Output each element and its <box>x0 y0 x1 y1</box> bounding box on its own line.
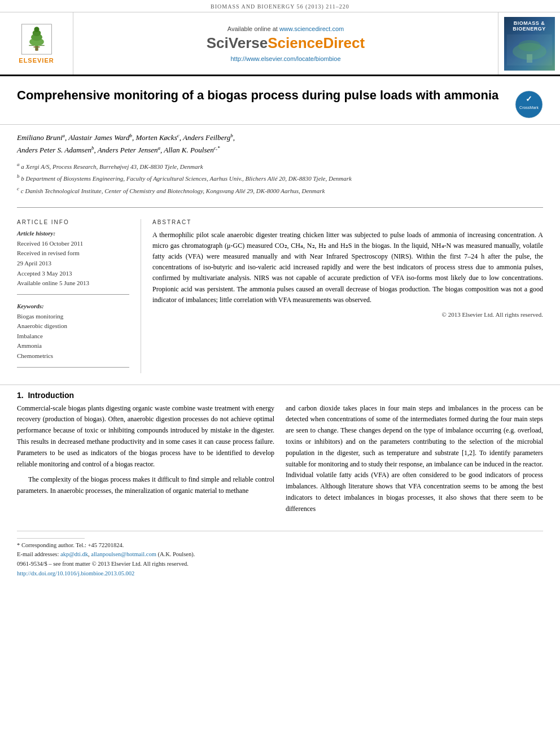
body-text-left: Commercial-scale biogas plants digesting… <box>17 403 274 497</box>
cover-title: BIOMASS & BIOENERGY <box>513 20 546 33</box>
abstract-header: ABSTRACT <box>152 219 543 225</box>
crossmark-icon[interactable]: ✓ CrossMark <box>515 90 543 119</box>
elsevier-tree-icon <box>20 24 54 55</box>
article-info-col: ARTICLE INFO Article history: Received 1… <box>17 219 141 373</box>
section-1-heading: 1. Introduction <box>17 391 543 400</box>
abstract-col: ABSTRACT A thermophilic pilot scale anae… <box>152 219 543 373</box>
keyword-1: Biogas monitoring <box>17 312 129 322</box>
authors-line: Emiliano Brunia, Alastair James Wardb, M… <box>17 132 543 156</box>
corresponding-note: * Corresponding author. Tel.: +45 722018… <box>17 541 543 551</box>
accepted-date: Accepted 3 May 2013 <box>17 269 129 279</box>
copyright-line: © 2013 Elsevier Ltd. All rights reserved… <box>152 311 543 318</box>
received-revised-label: Received in revised form <box>17 248 129 259</box>
history-label: Article history: <box>17 230 129 237</box>
email-link-2[interactable]: allanpoulsen@hotmail.com <box>91 551 156 557</box>
article-info-header: ARTICLE INFO <box>17 219 129 225</box>
affil-b: b b Department of Biosystems Engineering… <box>17 173 543 183</box>
abstract-text: A thermophilic pilot scale anaerobic dig… <box>152 230 543 305</box>
svg-point-11 <box>518 40 541 51</box>
page-header: ELSEVIER Available online at www.science… <box>0 12 560 76</box>
available-online-text: Available online at www.sciencedirect.co… <box>228 25 344 32</box>
journal-citation: BIOMASS AND BIOENERGY 56 (2013) 211–220 <box>211 3 349 10</box>
available-online-date: Available online 5 June 2013 <box>17 278 129 289</box>
elsevier-locate-url: http://www.elsevier.com/locate/biombioe <box>230 55 340 62</box>
article-title: Comprehensive monitoring of a biogas pro… <box>17 88 515 104</box>
svg-point-7 <box>35 48 38 51</box>
sup-c2: c,* <box>214 145 220 151</box>
svg-rect-12 <box>527 54 532 63</box>
received-revised-date: 29 April 2013 <box>17 259 129 269</box>
footnote-text: * Corresponding author. Tel.: +45 722018… <box>17 541 543 579</box>
affil-c: c c Danish Technological Institute, Cent… <box>17 185 543 195</box>
svg-point-6 <box>34 27 39 32</box>
info-divider <box>17 294 129 295</box>
locate-link[interactable]: http://www.elsevier.com/locate/biombioe <box>230 55 340 62</box>
author-anders-a: Anders Peter S. Adamsen <box>17 146 91 154</box>
affiliations: a a Xergi A/S, Process Research, Burrehø… <box>17 161 543 195</box>
sup-a2: a <box>158 145 161 151</box>
body-para-1: Commercial-scale biogas plants digesting… <box>17 403 274 470</box>
sup-b: b <box>129 133 132 138</box>
two-col-section: ARTICLE INFO Article history: Received 1… <box>0 213 560 379</box>
sciencedirect-label: ScienceDirect <box>268 34 365 51</box>
cover-image-icon <box>507 34 552 65</box>
svg-text:✓: ✓ <box>526 94 532 103</box>
doi-line: http://dx.doi.org/10.1016/j.biombioe.201… <box>17 569 543 579</box>
issn-line: 0961-9534/$ – see front matter © 2013 El… <box>17 560 543 569</box>
main-body: 1. Introduction Commercial-scale biogas … <box>0 385 560 525</box>
keyword-2: Anaerobic digestion <box>17 321 129 331</box>
sup-b3: b <box>91 145 94 151</box>
keyword-3: Imbalance <box>17 331 129 342</box>
journal-bar: BIOMASS AND BIOENERGY 56 (2013) 211–220 <box>0 0 560 12</box>
svg-rect-8 <box>33 46 40 47</box>
article-title-section: Comprehensive monitoring of a biogas pro… <box>0 76 560 125</box>
elsevier-label: ELSEVIER <box>19 57 54 64</box>
author-anders-f: Anders Feilberg <box>183 133 230 142</box>
author-anders-j: Anders Peter Jensen <box>98 146 158 154</box>
keywords-label: Keywords: <box>17 303 129 309</box>
elsevier-logo-box: ELSEVIER <box>0 12 73 75</box>
body-text-right: and carbon dioxide takes places in four … <box>286 403 543 515</box>
body-col-right: and carbon dioxide takes places in four … <box>286 403 543 519</box>
author-morten: Morten Køcks <box>135 133 177 142</box>
available-online-link[interactable]: www.sciencedirect.com <box>279 25 344 32</box>
author-allan: Allan K. Poulsen <box>164 146 213 154</box>
email-line: E-mail addresses: akp@dti.dk, allanpouls… <box>17 550 543 560</box>
received-date-1: Received 16 October 2011 <box>17 239 129 249</box>
keyword-4: Ammonia <box>17 341 129 351</box>
journal-cover: BIOMASS & BIOENERGY <box>504 17 555 71</box>
sup-b2: b <box>230 133 233 138</box>
affil-a: a a Xergi A/S, Process Research, Burrehø… <box>17 161 543 171</box>
keywords-section: Keywords: Biogas monitoring Anaerobic di… <box>17 303 129 361</box>
email-link-1[interactable]: akp@dti.dk <box>60 551 88 557</box>
svg-text:CrossMark: CrossMark <box>519 106 539 110</box>
body-col-left: Commercial-scale biogas plants digesting… <box>17 403 274 519</box>
elsevier-logo: ELSEVIER <box>19 24 54 64</box>
body-para-3: and carbon dioxide takes places in four … <box>286 403 543 515</box>
info-divider-2 <box>17 367 129 368</box>
footnote-divider <box>17 538 85 539</box>
sciencedirect-center: Available online at www.sciencedirect.co… <box>73 12 498 75</box>
sup-a: a <box>63 133 65 138</box>
body-two-col: Commercial-scale biogas plants digesting… <box>17 403 543 519</box>
author-alastair: Alastair James Ward <box>68 133 129 142</box>
sciverse-label: SciVerse <box>207 34 268 51</box>
sciverse-title: SciVerseScienceDirect <box>207 34 365 52</box>
authors-section: Emiliano Brunia, Alastair James Wardb, M… <box>0 125 560 202</box>
body-para-2: The complexity of the biogas process mak… <box>17 474 274 497</box>
keyword-5: Chemometrics <box>17 351 129 361</box>
sup-c: c <box>177 133 180 138</box>
journal-cover-box: BIOMASS & BIOENERGY <box>498 12 560 75</box>
author-emiliano: Emiliano Bruni <box>17 133 63 142</box>
divider-1 <box>17 207 543 208</box>
footer-section: * Corresponding author. Tel.: +45 722018… <box>17 531 543 579</box>
doi-link[interactable]: http://dx.doi.org/10.1016/j.biombioe.201… <box>17 570 134 576</box>
